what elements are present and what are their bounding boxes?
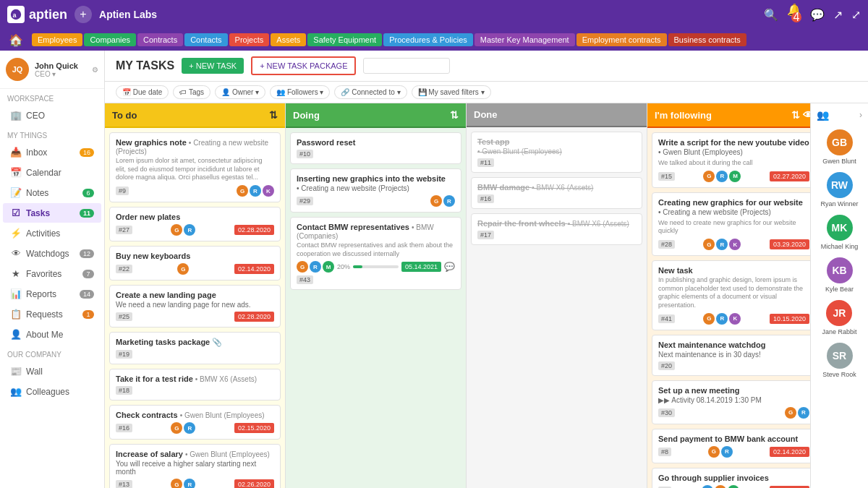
nav-tab-business[interactable]: Business contracts — [668, 33, 746, 46]
avatars: G R K — [703, 239, 741, 250]
task-date: 02.28.2020 — [234, 225, 274, 235]
expand-icon[interactable]: ⤢ — [851, 8, 861, 22]
task-card[interactable]: Go through supplier invoices #3 F G M 11… — [652, 468, 810, 488]
task-card[interactable]: Increase of salary • Gwen Blunt (Employe… — [109, 444, 281, 488]
avatar: R — [443, 195, 455, 207]
our-company-label: Our Company — [0, 345, 104, 361]
filter-saved[interactable]: 💾 My saved filters ▾ — [412, 85, 491, 99]
column-todo: To do ⇅ New graphics note • Creating a n… — [105, 103, 286, 488]
nav-tab-projects[interactable]: Projects — [229, 33, 270, 46]
new-package-button[interactable]: + NEW TASK PACKAGE — [251, 56, 356, 75]
task-card[interactable]: Create a new landing page We need a new … — [109, 285, 281, 328]
filter-connected[interactable]: 🔗 Connected to ▾ — [334, 85, 407, 99]
follower-item[interactable]: KB Kyle Bear — [825, 257, 854, 293]
filter-following-icon[interactable]: ⇅ — [791, 109, 800, 121]
task-card[interactable]: Contact BMW representatives • BMW (Compa… — [290, 217, 461, 290]
task-card[interactable]: BMW damage • BMW X6 (Assets) #16 — [471, 177, 642, 209]
sidebar-item-inbox[interactable]: 📥 Inbox 16 — [3, 142, 101, 162]
task-id: #18 — [116, 386, 132, 395]
share-icon[interactable]: ↗ — [833, 8, 843, 22]
sidebar-item-activities[interactable]: ⚡ Activities — [3, 223, 101, 243]
task-title: Buy new keyboards — [116, 252, 274, 260]
task-card[interactable]: Order new plates #27 G R 02.28.2020 — [109, 207, 281, 241]
sidebar-item-tasks[interactable]: ☑ Tasks 11 — [3, 203, 101, 223]
task-id: #19 — [116, 350, 132, 359]
search-input[interactable] — [363, 58, 450, 74]
task-card[interactable]: Password reset #10 — [290, 132, 461, 164]
sidebar-item-colleagues[interactable]: 👥 Colleagues — [3, 382, 101, 401]
ceo-icon: 🏢 — [10, 110, 22, 121]
filter-owner[interactable]: 👤 Owner ▾ — [215, 85, 265, 99]
task-card[interactable]: Next maintenance watchdog Next maintenan… — [652, 335, 810, 376]
sidebar-item-notes[interactable]: 📝 Notes 6 — [3, 183, 101, 202]
task-card[interactable]: Repair the front wheels • BMW X6 (Assets… — [471, 213, 642, 245]
task-card[interactable]: New task In publishing and graphic desig… — [652, 260, 810, 330]
sidebar-item-ceo[interactable]: 🏢 CEO — [3, 106, 101, 125]
task-id: #8 — [658, 448, 671, 456]
nav-tab-employees[interactable]: Employees — [32, 33, 82, 46]
filter-due-date[interactable]: 📅 Due date — [116, 85, 169, 99]
sidebar-item-reports[interactable]: 📊 Reports 14 — [3, 284, 101, 304]
tasks-label: Tasks — [26, 208, 50, 218]
follower-avatar: JR — [826, 300, 852, 326]
comment-icon[interactable]: 💬 — [444, 262, 455, 272]
task-card[interactable]: Creating new graphics for our website • … — [652, 192, 810, 256]
inbox-badge: 16 — [80, 148, 94, 157]
sidebar-item-requests[interactable]: 📋 Requests 1 — [3, 304, 101, 324]
filter-tags[interactable]: 🏷 Tags — [173, 85, 210, 99]
chat-icon[interactable]: 💬 — [810, 8, 825, 22]
avatar: G — [237, 185, 248, 197]
settings-gear-icon[interactable]: ⚙ — [92, 66, 98, 74]
sidebar-item-aboutme[interactable]: 👤 About Me — [3, 325, 101, 344]
filter-sort-doing-icon[interactable]: ⇅ — [450, 109, 459, 121]
task-card[interactable]: Inserting new graphics into the website … — [290, 168, 461, 213]
sidebar-user: JQ John Quick CEO ▾ ⚙ — [0, 51, 104, 89]
task-card[interactable]: Marketing tasks package 📎 #19 — [109, 332, 281, 364]
filter-sort-icon[interactable]: ⇅ — [269, 109, 278, 121]
task-card[interactable]: Take it for a test ride • BMW X6 (Assets… — [109, 369, 281, 401]
nav-tab-employment[interactable]: Employment contracts — [576, 33, 667, 46]
follower-name: Michael King — [821, 243, 859, 250]
follower-item[interactable]: GB Gwen Blunt — [822, 129, 856, 165]
filter-followers[interactable]: 👥 Followers ▾ — [270, 85, 330, 99]
nav-tab-masterkey[interactable]: Master Key Management — [475, 33, 575, 46]
sidebar-item-favorites[interactable]: ★ Favorites 7 — [3, 264, 101, 283]
new-task-button[interactable]: + NEW TASK — [182, 58, 244, 74]
nav-tab-assets[interactable]: Assets — [271, 33, 306, 46]
follower-item[interactable]: RW Ryan Winner — [820, 172, 858, 207]
home-icon[interactable]: 🏠 — [4, 32, 27, 48]
nav-tab-companies[interactable]: Companies — [84, 33, 136, 46]
task-card[interactable]: Write a script for the new youtube video… — [652, 132, 810, 188]
task-card[interactable]: Test app • Gwen Blunt (Employees) #11 — [471, 132, 642, 173]
nav-tab-procedures[interactable]: Procedures & Policies — [383, 33, 473, 46]
avatar: JQ — [6, 58, 29, 81]
nav-tab-contracts[interactable]: Contracts — [137, 33, 183, 46]
expand-right-icon[interactable]: › — [859, 110, 862, 120]
aboutme-label: About Me — [26, 330, 63, 340]
task-title: Order new plates — [116, 213, 274, 221]
task-card[interactable]: New graphics note • Creating a new websi… — [109, 132, 281, 202]
follower-item[interactable]: JR Jane Rabbit — [822, 300, 856, 335]
column-done-title: Done — [474, 109, 498, 120]
task-card[interactable]: Check contracts • Gwen Blunt (Employees)… — [109, 405, 281, 440]
user-name: John Quick — [35, 61, 86, 70]
follower-item[interactable]: MK Michael King — [821, 215, 859, 250]
sidebar-item-watchdogs[interactable]: 👁 Watchdogs 12 — [3, 244, 101, 263]
task-card[interactable]: Set up a new meeting ▶▶ Activity 08.14.2… — [652, 380, 810, 424]
requests-badge: 1 — [82, 310, 94, 319]
task-id: #20 — [658, 361, 675, 370]
task-card[interactable]: Send payment to BMW bank account #8 G R … — [652, 429, 810, 463]
add-button[interactable]: + — [75, 6, 92, 23]
search-icon[interactable]: 🔍 — [764, 8, 778, 22]
nav-tab-contacts[interactable]: Contacts — [184, 33, 227, 46]
notifications-icon[interactable]: 🔔4 — [787, 3, 801, 27]
avatar: M — [729, 171, 741, 182]
nav-tab-safety[interactable]: Safety Equipment — [307, 33, 382, 46]
logo[interactable]: a aptien — [7, 6, 67, 23]
task-card[interactable]: Buy new keyboards #22 G 02.14.2020 — [109, 246, 281, 281]
sidebar-item-calendar[interactable]: 📅 Calendar — [3, 163, 101, 182]
follower-item[interactable]: SR Steve Rook — [822, 343, 856, 378]
sidebar-item-wall[interactable]: 📰 Wall — [3, 361, 101, 381]
eye-following-icon[interactable]: 👁 — [803, 109, 810, 121]
column-following-body: Write a script for the new youtube video… — [647, 128, 810, 488]
